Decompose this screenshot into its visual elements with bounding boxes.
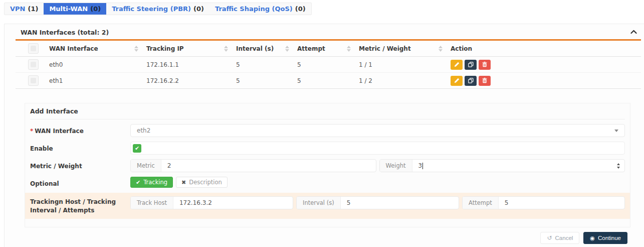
tab-label: Multi-WAN [49, 5, 88, 13]
enable-checkbox[interactable]: ✔ [133, 144, 141, 153]
track-host-input[interactable]: 172.16.3.2 [173, 197, 293, 209]
copy-icon [468, 62, 474, 67]
column-header-interval[interactable]: Interval (s) [236, 45, 297, 52]
tab-multi-wan[interactable]: Multi-WAN (0) [44, 3, 106, 15]
select-all-cell [16, 43, 49, 54]
undo-icon: ↺ [547, 234, 552, 241]
cell-tracking-ip: 172.16.1.1 [146, 61, 236, 68]
pencil-icon [454, 62, 460, 67]
column-header-wan-interface[interactable]: WAN Interface [49, 45, 146, 52]
form-row-enable: Enable ✔ [30, 142, 625, 155]
copy-button[interactable] [465, 76, 477, 86]
selected-value: eth2 [137, 127, 150, 134]
column-header-action: Action [451, 45, 641, 52]
module-tabs: VPN (1) Multi-WAN (0) Traffic Steering (… [4, 3, 312, 15]
number-spinner[interactable] [617, 160, 624, 172]
cell-actions [451, 60, 641, 70]
delete-button[interactable] [479, 76, 491, 86]
column-header-attempt[interactable]: Attempt [297, 45, 359, 52]
attempt-prefix-label: Attempt [463, 197, 499, 209]
x-icon: ✖ [181, 179, 186, 186]
cell-wan-interface: eth0 [49, 61, 146, 68]
column-label: Action [451, 45, 472, 52]
form-row-wan-interface: *WAN Interface eth2 [30, 124, 625, 137]
tab-count: (0) [295, 5, 306, 13]
cell-interval: 5 [236, 61, 297, 68]
continue-button[interactable]: ◉ Continue [583, 232, 627, 244]
column-label: Tracking IP [146, 45, 184, 52]
metric-input[interactable]: 2 [161, 160, 376, 172]
wan-interface-select[interactable]: eth2 [130, 124, 625, 137]
check-icon: ✔ [136, 179, 140, 186]
column-header-metric-weight[interactable]: Metric / Weight [359, 45, 451, 52]
form-row-tracking: Trackingn Host / Tracking Interval / Att… [25, 193, 630, 219]
wan-interfaces-table: WAN Interface Tracking IP Interval (s) A… [16, 41, 641, 89]
cell-attempt: 5 [297, 77, 359, 84]
row-checkbox[interactable] [28, 75, 39, 86]
tab-label: Traffic Shaping (QoS) [215, 5, 293, 13]
edit-button[interactable] [451, 60, 463, 70]
cell-actions [451, 76, 641, 86]
pencil-icon [454, 78, 460, 83]
select-all-checkbox[interactable] [28, 43, 39, 54]
cell-tracking-ip: 172.16.2.2 [146, 77, 236, 84]
tab-traffic-shaping[interactable]: Traffic Shaping (QoS) (0) [209, 3, 311, 15]
sort-icon[interactable] [224, 46, 228, 52]
field-label: WAN Interface [35, 128, 84, 135]
attempt-input[interactable]: 5 [499, 197, 624, 209]
sort-icon[interactable] [285, 46, 289, 52]
text-cursor [422, 163, 423, 169]
add-interface-form: Add Interface *WAN Interface eth2 Enable… [25, 103, 630, 227]
delete-button[interactable] [479, 60, 491, 70]
cell-metric-weight: 1 / 1 [359, 61, 451, 68]
field-label: Enable [30, 142, 130, 155]
tab-traffic-steering[interactable]: Traffic Steering (PBR) (0) [106, 3, 209, 15]
sort-icon[interactable] [439, 46, 443, 52]
enable-field-container: ✔ [130, 142, 625, 155]
field-label: Optional [30, 177, 130, 188]
chevron-up-icon[interactable] [630, 30, 637, 34]
column-header-tracking-ip[interactable]: Tracking IP [146, 45, 236, 52]
sort-icon[interactable] [347, 46, 351, 52]
row-checkbox[interactable] [28, 59, 39, 70]
cell-interval: 5 [236, 77, 297, 84]
check-icon: ✔ [135, 145, 139, 152]
field-label: Trackingn Host / Tracking Interval / Att… [30, 196, 130, 215]
cell-wan-interface: eth1 [49, 77, 146, 84]
sort-icon[interactable] [134, 46, 138, 52]
record-icon: ◉ [590, 235, 595, 241]
interval-input-group: Interval (s) 5 [296, 196, 459, 209]
interval-input[interactable]: 5 [341, 197, 459, 209]
weight-input[interactable]: 3 [412, 160, 617, 172]
column-label: Interval (s) [236, 45, 274, 52]
edit-button[interactable] [451, 76, 463, 86]
cancel-button[interactable]: ↺ Cancel [540, 232, 579, 244]
tab-count: (1) [28, 5, 38, 13]
copy-button[interactable] [465, 60, 477, 70]
track-host-prefix-label: Track Host [131, 197, 173, 209]
tracking-toggle-button[interactable]: ✔ Tracking [130, 177, 173, 188]
metric-input-group: Metric 2 [130, 159, 376, 172]
panel-title: WAN Interfaces (total: 2) [16, 24, 641, 36]
tab-count: (0) [90, 5, 101, 13]
track-host-input-group: Track Host 172.16.3.2 [130, 196, 293, 209]
column-label: Metric / Weight [359, 45, 411, 52]
weight-input-group: Weight 3 [379, 159, 625, 172]
column-label: WAN Interface [49, 45, 98, 52]
weight-prefix-label: Weight [380, 160, 412, 172]
description-toggle-button[interactable]: ✖ Description [176, 177, 228, 188]
tab-label: VPN [10, 5, 25, 13]
trash-icon [482, 62, 487, 67]
field-label: Metric / Weight [30, 159, 130, 172]
cell-metric-weight: 1 / 2 [359, 77, 451, 84]
interval-prefix-label: Interval (s) [297, 197, 341, 209]
column-label: Attempt [297, 45, 325, 52]
copy-icon [468, 78, 474, 83]
add-interface-title: Add Interface [30, 103, 625, 119]
tab-vpn[interactable]: VPN (1) [5, 3, 44, 15]
attempt-input-group: Attempt 5 [462, 196, 625, 209]
tab-label: Traffic Steering (PBR) [112, 5, 191, 13]
tab-count: (0) [193, 5, 204, 13]
form-row-metric-weight: Metric / Weight Metric 2 Weight 3 [30, 159, 625, 172]
metric-prefix-label: Metric [131, 160, 161, 172]
